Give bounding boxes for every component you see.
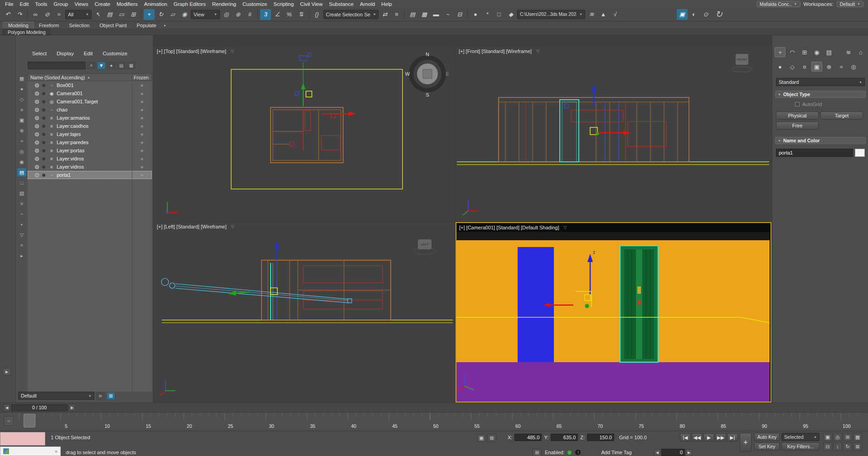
maxscript-macro-recorder[interactable] <box>0 432 45 446</box>
wireframe-house-front[interactable] <box>499 97 689 162</box>
filter-shapes-icon[interactable]: ◇ <box>17 95 26 103</box>
render-toggle-icon[interactable] <box>42 141 45 144</box>
render-toggle-icon[interactable] <box>42 157 45 160</box>
edit-named-selection-sets-icon[interactable]: {} <box>311 9 322 20</box>
animation-prefs-icon[interactable]: ⊞ <box>533 448 542 456</box>
menu-tools[interactable]: Tools <box>32 1 50 7</box>
render-toggle-icon[interactable] <box>42 125 45 128</box>
scene-row-chao[interactable]: ▫ chao ∗ <box>28 106 152 114</box>
set-key-button[interactable]: Set Key <box>754 442 780 451</box>
menu-edit[interactable]: Edit <box>17 1 32 7</box>
scene-row-camera001[interactable]: ◉ Camera001 ∗ <box>28 89 152 97</box>
explorer-menu-edit[interactable]: Edit <box>79 50 97 57</box>
ground-line[interactable] <box>162 320 453 323</box>
info-icon[interactable]: ! <box>575 449 581 456</box>
refresh-swirl-icon[interactable]: ↻ <box>712 9 726 20</box>
create-tab-icon[interactable]: + <box>775 47 786 57</box>
shapes-category-icon[interactable]: ◇ <box>787 62 798 72</box>
camera-object[interactable] <box>161 278 352 303</box>
time-slider-handle[interactable] <box>24 414 35 427</box>
menu-group[interactable]: Group <box>50 1 71 7</box>
visibility-icon[interactable] <box>35 108 39 112</box>
funnel-icon[interactable]: ▽ <box>536 49 539 53</box>
filter-funnel-icon[interactable]: ▼ <box>97 62 106 69</box>
ground-line[interactable] <box>457 162 769 165</box>
filter-containers-icon[interactable]: ◉ <box>17 158 26 166</box>
play-button[interactable]: ▶ <box>703 433 714 441</box>
scene-row-layer-caixlhos[interactable]: ≡ Layer:caixlhos ∗ <box>28 122 152 130</box>
render-setup-icon[interactable]: * <box>482 9 493 20</box>
explorer-menu-select[interactable]: Select <box>28 50 51 57</box>
viewcube[interactable]: N W S E <box>405 52 449 97</box>
spinner-right-icon[interactable]: ▶ <box>686 449 692 456</box>
modify-tab-icon[interactable]: ◠ <box>787 47 798 57</box>
close-icon[interactable]: × <box>55 449 58 454</box>
align-icon[interactable]: ≡ <box>391 9 402 20</box>
field-of-view-icon[interactable]: ⊟ <box>823 442 832 451</box>
explorer-layout-icon[interactable]: ⊞ <box>107 392 115 400</box>
rendered-frame-window-icon[interactable]: □ <box>494 9 504 20</box>
door-green-selected[interactable] <box>620 246 658 362</box>
set-keys-button[interactable]: + <box>740 433 752 452</box>
pick-columns-icon[interactable]: ▤ <box>117 62 126 69</box>
visibility-icon[interactable] <box>35 124 39 128</box>
viewport-top[interactable]: [+] [Top] [Standard] [Wireframe] ▽ <box>154 47 454 221</box>
scene-row-porta1-selected[interactable]: ▫ porta1 ∗ <box>28 171 152 179</box>
keyboard-override-icon[interactable]: # <box>244 9 255 20</box>
scene-row-layer-vidros-2[interactable]: ≡ Layer:vidros ∗ <box>28 163 152 171</box>
object-color-swatch[interactable] <box>855 149 865 157</box>
wireframe-house-left[interactable] <box>262 260 391 320</box>
wall-shaded[interactable] <box>456 240 770 362</box>
frozen-cell-icon[interactable]: ∗ <box>132 140 152 145</box>
wireframe-house-top[interactable] <box>271 107 343 163</box>
plane-outline[interactable] <box>231 69 402 189</box>
next-frame-button[interactable]: ▶ <box>69 404 75 411</box>
frozen-cell-icon[interactable]: ∗ <box>132 156 152 161</box>
zoom-region-icon[interactable]: ▦ <box>853 433 862 441</box>
search-input[interactable] <box>28 62 86 69</box>
render-production-icon[interactable]: ◆ <box>505 9 516 20</box>
frozen-cell-icon[interactable]: ∗ <box>132 91 152 96</box>
viewport-camera-label[interactable]: [+] [Camera001] [Standard] [Default Shad… <box>459 225 559 230</box>
funnel-icon[interactable]: ▽ <box>563 225 567 230</box>
menu-animation[interactable]: Animation <box>141 1 170 7</box>
next-key-button[interactable]: ▶▶ <box>715 433 726 441</box>
visibility-icon[interactable] <box>35 100 39 104</box>
select-and-manipulate-icon[interactable]: ⊕ <box>233 9 243 20</box>
redo-icon[interactable]: ↷ <box>14 9 25 20</box>
select-and-scale-icon[interactable]: ▱ <box>167 9 178 20</box>
filter-helpers-icon[interactable]: ⊕ <box>17 126 26 135</box>
frozen-cell-icon[interactable]: ∗ <box>132 116 152 121</box>
viewport-front[interactable]: [+] [Front] [Standard] [Wireframe] ▽ <box>456 47 771 221</box>
filter-hidden-icon[interactable]: ▧ <box>17 189 26 197</box>
go-to-end-button[interactable]: ▶| <box>727 433 738 441</box>
tab-polygon-modeling[interactable]: Polygon Modeling <box>3 29 50 35</box>
funnel-icon[interactable]: ▽ <box>231 49 234 53</box>
filter-sort-icon[interactable]: ▽ <box>17 231 26 239</box>
render-toggle-icon[interactable] <box>42 174 45 177</box>
motion-tab-icon[interactable]: ◉ <box>811 47 822 57</box>
utilities-tab-icon[interactable]: ≋ <box>843 47 854 57</box>
object-type-rollout[interactable]: ▼ Object Type <box>775 91 866 98</box>
y-coordinate-field[interactable]: 635.0 <box>551 434 578 441</box>
menu-graph-editors[interactable]: Graph Editors <box>170 1 209 7</box>
menu-modifiers[interactable]: Modifiers <box>113 1 141 7</box>
tab-selection[interactable]: Selection <box>64 22 94 29</box>
timeline-ruler[interactable]: ~ 51015 202530 354045 505560 657075 8085… <box>0 412 868 431</box>
scene-row-layer-lajes[interactable]: ≡ Layer:lajes ∗ <box>28 130 152 138</box>
pan-hand-icon[interactable]: ↕ <box>833 442 842 451</box>
toggle-ribbon-icon[interactable]: ▬ <box>431 9 441 20</box>
visibility-icon[interactable] <box>35 92 39 96</box>
visibility-icon[interactable] <box>35 173 39 177</box>
filter-cameras-icon[interactable]: ▣ <box>17 116 26 124</box>
reference-coordinate-dropdown[interactable]: View ▼ <box>191 10 220 19</box>
spinner-left-icon[interactable]: ◀ <box>654 449 660 456</box>
filter-frozen-icon[interactable]: □ <box>17 179 26 187</box>
select-object-icon[interactable]: ↖ <box>92 9 103 20</box>
explorer-settings-icon[interactable]: ≋ <box>96 392 105 400</box>
filter-materials-icon[interactable]: ≡ <box>17 199 26 208</box>
tab-object-paint[interactable]: Object Paint <box>95 22 132 29</box>
visibility-icon[interactable] <box>35 83 39 87</box>
undo-icon[interactable]: ↶ <box>2 9 13 20</box>
target-camera-button[interactable]: Target <box>820 112 863 120</box>
